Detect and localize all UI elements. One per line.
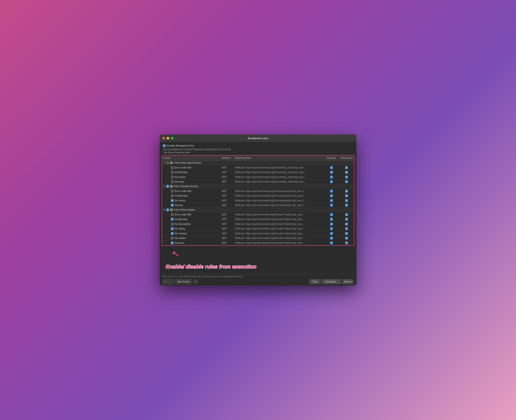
row-name-label: No description <box>175 223 191 225</box>
checkbox-checked[interactable] <box>330 194 333 197</box>
checkbox-checked[interactable] <box>330 166 333 169</box>
maximize-button[interactable] <box>171 137 173 140</box>
row-method-cell: GET <box>220 170 233 175</box>
table-row[interactable]: Error code 500GETWildcard: https://api.t… <box>162 212 354 217</box>
help-button[interactable]: ? <box>194 279 198 284</box>
row-response-cell <box>339 193 354 198</box>
checkbox-unchecked[interactable] <box>166 161 169 164</box>
checkbox-checked[interactable] <box>330 176 333 179</box>
checkbox-unchecked[interactable] <box>171 237 174 240</box>
checkbox-checked[interactable] <box>345 180 348 183</box>
table-row[interactable]: Error code 500GETWildcard: https://api.t… <box>162 165 354 170</box>
new-folder-button[interactable]: New Folder <box>175 279 192 284</box>
remove-button[interactable]: − <box>168 279 173 284</box>
checkbox-unchecked[interactable] <box>171 180 174 183</box>
table-row[interactable]: SucessGETWildcard: https://api.themovied… <box>162 203 354 208</box>
minimize-button[interactable] <box>167 137 169 140</box>
group-header-row[interactable]: Fetch Movie Detail <box>162 208 354 212</box>
checkbox-unchecked[interactable] <box>171 171 174 174</box>
checkbox-checked[interactable] <box>345 199 348 202</box>
row-name-cell: Invalid data <box>162 193 220 198</box>
checkbox-checked[interactable] <box>166 185 169 188</box>
checkbox-checked[interactable] <box>330 190 333 193</box>
checkbox-checked[interactable] <box>330 237 333 240</box>
checkbox-checked[interactable] <box>345 223 348 225</box>
checkbox-checked[interactable] <box>171 199 174 202</box>
group-name-label: Fetch Movie Detail <box>174 208 195 211</box>
checkbox-checked[interactable] <box>345 190 348 193</box>
row-name-label: No movie <box>175 176 185 179</box>
row-name-label: Invalid data <box>175 194 187 197</box>
close-button[interactable] <box>162 137 165 140</box>
group-name-cell: Fetch Popular Movies <box>162 184 220 189</box>
row-name-label: Sucess <box>175 204 183 207</box>
table-row[interactable]: SuccessGETWildcard: https://api.themovie… <box>162 179 354 184</box>
checkbox-checked[interactable] <box>166 208 169 211</box>
checkbox-checked[interactable] <box>345 171 348 174</box>
checkbox-checked[interactable] <box>330 171 333 174</box>
checkbox-checked[interactable] <box>345 232 348 235</box>
checkbox-checked[interactable] <box>330 223 333 225</box>
group-header-row[interactable]: Fetch Most rated Movies <box>162 161 354 165</box>
more-button[interactable]: More <box>342 279 354 284</box>
chevron-down-icon <box>164 162 165 163</box>
checkbox-checked[interactable] <box>330 204 333 207</box>
table-row[interactable]: No movieGETWildcard: https://api.themovi… <box>162 198 354 203</box>
group-name-label: Fetch Most rated Movies <box>174 161 201 164</box>
filter-button[interactable]: Filter <box>309 279 321 284</box>
checkbox-checked[interactable] <box>330 232 333 235</box>
checkbox-checked[interactable] <box>345 166 348 169</box>
checkbox-checked[interactable] <box>345 227 348 230</box>
checkbox-checked[interactable] <box>330 213 333 216</box>
row-matching-cell: Wildcard: https://api.themoviedb.org/3/m… <box>233 179 324 184</box>
checkbox-checked[interactable] <box>171 227 174 230</box>
row-request-cell <box>324 189 339 194</box>
group-header-row[interactable]: Fetch Popular Movies <box>162 184 354 189</box>
checkbox-checked[interactable] <box>171 241 174 244</box>
table-row[interactable]: SuccessGETWildcard: https://api.themovie… <box>162 240 354 245</box>
table-row[interactable]: Invalid dataGETWildcard: https://api.the… <box>162 217 354 222</box>
row-method-cell: GET <box>220 212 233 217</box>
checkbox-unchecked[interactable] <box>171 166 174 169</box>
row-name-cell: No trailers <box>162 236 220 240</box>
row-matching-cell: Wildcard: https://api.themoviedb.org/3/m… <box>233 226 324 231</box>
checkbox-unchecked[interactable] <box>171 194 174 197</box>
checkbox-checked[interactable] <box>345 237 348 240</box>
bottom-controls: + − New Folder ? Filter Templates... Mor… <box>162 279 354 284</box>
templates-button[interactable]: Templates... <box>322 279 341 284</box>
table-row[interactable]: No descriptionGETWildcard: https://api.t… <box>162 222 354 226</box>
row-request-cell <box>324 217 339 222</box>
table-row[interactable]: No movieGETWildcard: https://api.themovi… <box>162 175 354 180</box>
checkbox-checked[interactable] <box>171 204 174 207</box>
checkbox-checked[interactable] <box>330 218 333 221</box>
checkbox-checked[interactable] <box>171 232 174 235</box>
table-row[interactable]: No reviewsGETWildcard: https://api.themo… <box>162 231 354 236</box>
checkbox-checked[interactable] <box>345 176 348 179</box>
checkbox-checked[interactable] <box>330 227 333 230</box>
enable-checkbox[interactable] <box>163 144 166 147</box>
checkbox-checked[interactable] <box>345 213 348 216</box>
add-button[interactable]: + <box>163 279 168 284</box>
folder-icon <box>170 185 173 188</box>
table-row[interactable]: Invalid dataGETWildcard: https://api.the… <box>162 170 354 175</box>
checkbox-checked[interactable] <box>330 180 333 183</box>
traffic-lights <box>162 137 173 140</box>
checkbox-unchecked[interactable] <box>171 223 174 225</box>
table-row[interactable]: No ratingGETWildcard: https://api.themov… <box>162 226 354 231</box>
checkbox-checked[interactable] <box>345 218 348 221</box>
checkbox-checked[interactable] <box>345 241 348 244</box>
checkbox-unchecked[interactable] <box>171 176 174 179</box>
table-row[interactable]: Invalid dataGETWildcard: https://api.the… <box>162 193 354 198</box>
checkbox-unchecked[interactable] <box>171 190 174 193</box>
table-row[interactable]: Error code 500GETWildcard: https://api.t… <box>162 189 354 194</box>
row-matching-cell: Wildcard: https://api.themoviedb.org/3/m… <box>233 212 324 217</box>
row-name-label: Invalid data <box>175 218 187 221</box>
checkbox-checked[interactable] <box>171 218 174 221</box>
checkbox-checked[interactable] <box>330 199 333 202</box>
checkbox-unchecked[interactable] <box>171 213 174 216</box>
row-request-cell <box>324 175 339 180</box>
table-row[interactable]: No trailersGETWildcard: https://api.them… <box>162 236 354 240</box>
checkbox-checked[interactable] <box>345 204 348 207</box>
checkbox-checked[interactable] <box>330 241 333 244</box>
checkbox-checked[interactable] <box>345 194 348 197</box>
